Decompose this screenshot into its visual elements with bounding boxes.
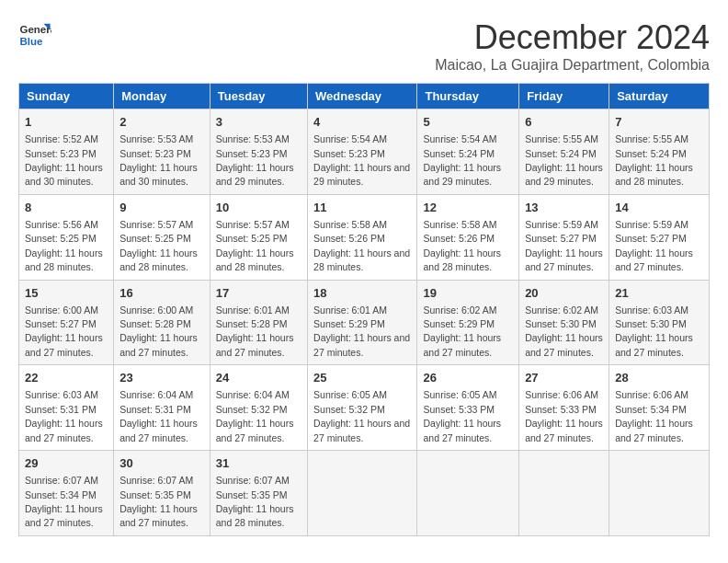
daylight-info: Daylight: 11 hours and 29 minutes. <box>313 162 410 187</box>
daylight-info: Daylight: 11 hours and 27 minutes. <box>525 332 603 357</box>
daylight-info: Daylight: 11 hours and 28 minutes. <box>216 247 294 272</box>
logo-icon: General Blue <box>18 18 51 52</box>
daylight-info: Daylight: 11 hours and 29 minutes. <box>216 162 294 187</box>
daylight-info: Daylight: 11 hours and 28 minutes. <box>119 247 198 272</box>
sunrise-info: Sunrise: 5:59 AM <box>525 219 598 230</box>
list-item: 1Sunrise: 5:52 AMSunset: 5:23 PMDaylight… <box>19 109 114 195</box>
daylight-info: Daylight: 11 hours and 27 minutes. <box>525 418 603 442</box>
sunset-info: Sunset: 5:27 PM <box>615 233 687 244</box>
daylight-info: Daylight: 11 hours and 28 minutes. <box>216 503 294 528</box>
list-item: 4Sunrise: 5:54 AMSunset: 5:23 PMDaylight… <box>308 109 417 195</box>
sunset-info: Sunset: 5:31 PM <box>119 404 191 415</box>
day-number: 10 <box>216 200 301 216</box>
sunset-info: Sunset: 5:34 PM <box>615 404 687 415</box>
sunrise-info: Sunrise: 5:54 AM <box>313 133 387 144</box>
sunrise-info: Sunrise: 6:07 AM <box>25 475 98 486</box>
sunrise-info: Sunrise: 6:06 AM <box>525 389 598 400</box>
sunrise-info: Sunrise: 5:59 AM <box>615 219 688 230</box>
day-number: 17 <box>216 285 301 302</box>
sunrise-info: Sunrise: 6:01 AM <box>313 304 387 316</box>
col-wednesday: Wednesday <box>308 84 417 109</box>
table-row: 15Sunrise: 6:00 AMSunset: 5:27 PMDayligh… <box>19 280 710 365</box>
sunrise-info: Sunrise: 6:03 AM <box>25 389 98 400</box>
sunrise-info: Sunrise: 5:58 AM <box>423 219 496 230</box>
list-item: 29Sunrise: 6:07 AMSunset: 5:34 PMDayligh… <box>19 451 114 536</box>
sunrise-info: Sunrise: 6:04 AM <box>119 389 193 400</box>
list-item: 21Sunrise: 6:03 AMSunset: 5:30 PMDayligh… <box>609 280 710 365</box>
daylight-info: Daylight: 11 hours and 27 minutes. <box>119 332 198 357</box>
daylight-info: Daylight: 11 hours and 30 minutes. <box>25 162 103 187</box>
sunset-info: Sunset: 5:28 PM <box>119 318 191 329</box>
day-number: 19 <box>423 285 513 302</box>
list-item: 31Sunrise: 6:07 AMSunset: 5:35 PMDayligh… <box>210 451 307 536</box>
list-item <box>417 451 519 536</box>
col-friday: Friday <box>519 84 609 109</box>
day-number: 16 <box>119 285 204 302</box>
sunset-info: Sunset: 5:33 PM <box>423 404 495 415</box>
list-item: 28Sunrise: 6:06 AMSunset: 5:34 PMDayligh… <box>609 365 710 451</box>
list-item: 18Sunrise: 6:01 AMSunset: 5:29 PMDayligh… <box>308 280 417 365</box>
sunset-info: Sunset: 5:33 PM <box>525 404 597 415</box>
sunrise-info: Sunrise: 6:00 AM <box>119 304 193 316</box>
table-row: 29Sunrise: 6:07 AMSunset: 5:34 PMDayligh… <box>19 451 710 536</box>
daylight-info: Daylight: 11 hours and 28 minutes. <box>313 247 410 272</box>
table-row: 8Sunrise: 5:56 AMSunset: 5:25 PMDaylight… <box>19 194 710 280</box>
sunset-info: Sunset: 5:28 PM <box>216 318 288 329</box>
list-item: 30Sunrise: 6:07 AMSunset: 5:35 PMDayligh… <box>114 451 210 536</box>
day-number: 23 <box>119 370 204 386</box>
sunrise-info: Sunrise: 6:05 AM <box>313 389 387 400</box>
daylight-info: Daylight: 11 hours and 29 minutes. <box>423 162 501 187</box>
list-item <box>519 451 609 536</box>
day-number: 7 <box>615 114 703 131</box>
daylight-info: Daylight: 11 hours and 27 minutes. <box>615 247 693 272</box>
day-number: 20 <box>525 285 603 302</box>
header-row: Sunday Monday Tuesday Wednesday Thursday… <box>19 84 710 109</box>
day-number: 1 <box>25 114 108 131</box>
sunrise-info: Sunrise: 5:57 AM <box>119 219 193 230</box>
daylight-info: Daylight: 11 hours and 27 minutes. <box>423 418 501 442</box>
daylight-info: Daylight: 11 hours and 27 minutes. <box>25 503 103 528</box>
list-item: 24Sunrise: 6:04 AMSunset: 5:32 PMDayligh… <box>210 365 307 451</box>
sunrise-info: Sunrise: 6:05 AM <box>423 389 496 400</box>
daylight-info: Daylight: 11 hours and 27 minutes. <box>119 418 198 442</box>
sunset-info: Sunset: 5:32 PM <box>313 404 385 415</box>
sunrise-info: Sunrise: 5:55 AM <box>615 133 688 144</box>
sunset-info: Sunset: 5:25 PM <box>119 233 191 244</box>
col-saturday: Saturday <box>609 84 710 109</box>
col-monday: Monday <box>114 84 210 109</box>
day-number: 4 <box>313 114 411 131</box>
col-thursday: Thursday <box>417 84 519 109</box>
day-number: 5 <box>423 114 513 131</box>
daylight-info: Daylight: 11 hours and 27 minutes. <box>216 418 294 442</box>
day-number: 24 <box>216 370 301 386</box>
day-number: 28 <box>615 370 703 386</box>
daylight-info: Daylight: 11 hours and 29 minutes. <box>525 162 603 187</box>
sunrise-info: Sunrise: 5:57 AM <box>216 219 290 230</box>
sunrise-info: Sunrise: 6:02 AM <box>525 304 598 316</box>
sunrise-info: Sunrise: 6:07 AM <box>119 475 193 486</box>
day-number: 8 <box>25 200 108 216</box>
daylight-info: Daylight: 11 hours and 28 minutes. <box>25 247 103 272</box>
svg-text:Blue: Blue <box>19 36 43 47</box>
table-row: 1Sunrise: 5:52 AMSunset: 5:23 PMDaylight… <box>19 109 710 195</box>
list-item: 26Sunrise: 6:05 AMSunset: 5:33 PMDayligh… <box>417 365 519 451</box>
sunset-info: Sunset: 5:35 PM <box>119 489 191 500</box>
sunset-info: Sunset: 5:26 PM <box>423 233 495 244</box>
daylight-info: Daylight: 11 hours and 28 minutes. <box>423 247 501 272</box>
list-item: 16Sunrise: 6:00 AMSunset: 5:28 PMDayligh… <box>114 280 210 365</box>
sunset-info: Sunset: 5:26 PM <box>313 233 385 244</box>
sunset-info: Sunset: 5:23 PM <box>25 148 97 159</box>
day-number: 15 <box>25 285 108 302</box>
daylight-info: Daylight: 11 hours and 27 minutes. <box>615 332 693 357</box>
list-item: 3Sunrise: 5:53 AMSunset: 5:23 PMDaylight… <box>210 109 307 195</box>
sunset-info: Sunset: 5:24 PM <box>525 148 597 159</box>
list-item: 13Sunrise: 5:59 AMSunset: 5:27 PMDayligh… <box>519 194 609 280</box>
day-number: 3 <box>216 114 301 131</box>
list-item <box>609 451 710 536</box>
sunrise-info: Sunrise: 5:58 AM <box>313 219 387 230</box>
col-sunday: Sunday <box>19 84 114 109</box>
daylight-info: Daylight: 11 hours and 27 minutes. <box>25 332 103 357</box>
day-number: 30 <box>119 455 204 472</box>
sunrise-info: Sunrise: 6:03 AM <box>615 304 688 316</box>
day-number: 21 <box>615 285 703 302</box>
